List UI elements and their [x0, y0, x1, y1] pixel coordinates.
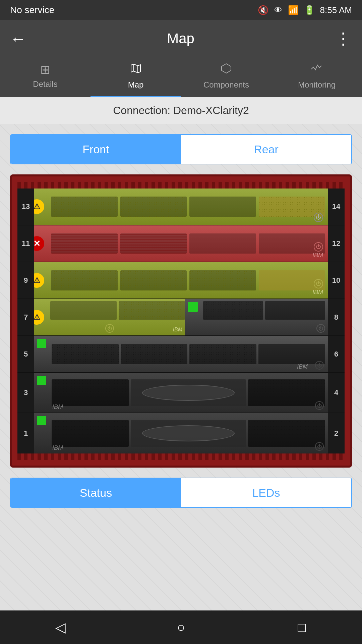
tab-map-label: Map [128, 80, 144, 90]
components-icon [220, 62, 232, 77]
back-button[interactable]: ← [10, 30, 26, 48]
rack-row-11-12[interactable]: 11 ✕ IBM ⏻ 12 [17, 225, 345, 262]
more-options-button[interactable]: ⋮ [335, 29, 352, 48]
green-indicator-3 [37, 376, 46, 385]
rack-row-9-10[interactable]: 9 ⚠ IBM ⏻ 10 [17, 262, 345, 299]
rack-slot-13-14[interactable]: ⚠ ⏻ [34, 189, 328, 225]
tab-monitoring-label: Monitoring [298, 80, 336, 90]
leds-button[interactable]: LEDs [181, 478, 351, 507]
nav-back-button[interactable]: ◁ [47, 617, 74, 637]
rack-label-7: 7 [17, 299, 34, 335]
page-title: Map [167, 31, 194, 47]
rack-label-12: 12 [328, 225, 345, 262]
power-button-5[interactable]: ⏻ [315, 361, 324, 370]
power-button-7[interactable]: ⏻ [105, 324, 114, 333]
rack-row-7-8[interactable]: 7 ⚠ IBM ⏻ [17, 299, 345, 336]
nav-recent-button[interactable]: □ [288, 617, 315, 637]
rack-slot-5-6[interactable]: IBM ⏻ [34, 336, 328, 372]
rack-top-border [17, 182, 345, 189]
rear-view-button[interactable]: Rear [181, 135, 351, 164]
connection-label: Connection: Demo-XClarity2 [113, 104, 249, 117]
power-button-13[interactable]: ⏻ [314, 213, 323, 222]
power-button-11[interactable]: ⏻ [314, 242, 323, 252]
server-modules-11 [48, 233, 325, 254]
battery-icon: 🔋 [304, 5, 315, 15]
warning-badge-7: ⚠ [34, 310, 44, 325]
rack-row-3-4[interactable]: 3 IBM ⏻ 4 [17, 373, 345, 413]
wifi-icon: 📶 [288, 5, 299, 15]
rack-slot-8[interactable]: ⏻ [185, 299, 328, 335]
server-ibm-label-11: IBM [312, 252, 323, 259]
power-button-8[interactable]: ⏻ [316, 324, 325, 333]
tab-details[interactable]: ⊞ Details [0, 57, 90, 97]
server-modules-5 [52, 344, 325, 364]
map-icon [130, 62, 142, 77]
rack-row-1-2[interactable]: 1 IBM ⏻ 2 [17, 413, 345, 453]
bottom-nav: ◁ ○ □ [0, 610, 362, 644]
warning-badge-13: ⚠ [34, 199, 44, 214]
rack-label-14: 14 [328, 189, 345, 225]
app-bar: ← Map ⋮ [0, 20, 362, 57]
server-ibm-label-5: IBM [297, 363, 308, 370]
rack-slot-11-12[interactable]: ✕ IBM ⏻ [34, 225, 328, 262]
rack-label-11: 11 [17, 225, 34, 262]
rack-slot-1-2[interactable]: IBM ⏻ [34, 413, 328, 453]
monitoring-icon [311, 62, 323, 77]
eye-icon: 👁 [274, 5, 283, 15]
tab-components-label: Components [203, 80, 249, 90]
rack-label-4: 4 [328, 373, 345, 413]
front-view-button[interactable]: Front [11, 135, 181, 164]
server-ibm-label-7: IBM [173, 327, 182, 333]
rack-enclosure: 13 ⚠ ⏻ 14 11 [10, 174, 352, 468]
rack-slot-7-8[interactable]: ⚠ IBM ⏻ ⏻ [34, 299, 328, 335]
rack-bottom-border [17, 453, 345, 460]
status-button[interactable]: Status [11, 478, 181, 507]
time-display: 8:55 AM [320, 5, 352, 15]
rack-label-5: 5 [17, 336, 34, 372]
rack-label-6: 6 [328, 336, 345, 372]
rack-label-2: 2 [328, 413, 345, 453]
server-body-3[interactable]: IBM ⏻ [34, 373, 328, 413]
nav-home-button[interactable]: ○ [168, 617, 194, 637]
status-bar-icons: 🔇 👁 📶 🔋 8:55 AM [258, 5, 352, 15]
rack-row-5-6[interactable]: 5 IBM ⏻ 6 [17, 336, 345, 373]
power-button-9[interactable]: ⏻ [314, 279, 323, 288]
svg-marker-2 [222, 64, 231, 73]
rack-label-8: 8 [328, 299, 345, 335]
server-modules-13 [48, 197, 325, 217]
power-button-1[interactable]: ⏻ [315, 442, 324, 451]
main-content: Front Rear 13 ⚠ ⏻ [0, 124, 362, 610]
server-ibm-label-3: IBM [52, 404, 63, 411]
tab-monitoring[interactable]: Monitoring [272, 57, 362, 97]
power-button-3[interactable]: ⏻ [315, 401, 324, 410]
view-toggle: Front Rear [10, 134, 352, 164]
rack-label-1: 1 [17, 413, 34, 453]
mute-icon: 🔇 [258, 5, 268, 15]
tab-bar: ⊞ Details Map Components Monitoring [0, 57, 362, 97]
no-service-text: No service [10, 5, 54, 15]
server-modules-9 [48, 270, 325, 290]
server-ibm-label-9: IBM [312, 289, 323, 296]
rack-label-3: 3 [17, 373, 34, 413]
connection-bar: Connection: Demo-XClarity2 [0, 97, 362, 124]
server-modules-1 [52, 415, 325, 451]
warning-badge-9: ⚠ [34, 273, 44, 288]
server-ibm-label-1: IBM [52, 444, 63, 451]
status-leds-toggle: Status LEDs [10, 478, 352, 508]
error-badge-11: ✕ [34, 236, 44, 251]
rack-slot-3-4[interactable]: IBM ⏻ [34, 373, 328, 413]
server-modules-3 [52, 375, 325, 411]
green-indicator-8 [188, 302, 198, 312]
rack-row-13-14[interactable]: 13 ⚠ ⏻ 14 [17, 189, 345, 225]
server-modules-7-left [50, 301, 185, 320]
tab-map[interactable]: Map [90, 57, 181, 97]
rack-label-9: 9 [17, 262, 34, 299]
tab-components[interactable]: Components [181, 57, 272, 97]
server-body-1[interactable]: IBM ⏻ [34, 413, 328, 453]
rack-slot-9-10[interactable]: ⚠ IBM ⏻ [34, 262, 328, 299]
status-bar: No service 🔇 👁 📶 🔋 8:55 AM [0, 0, 362, 20]
rack-slot-7-left[interactable]: ⚠ IBM ⏻ [34, 299, 185, 335]
server-modules-8 [203, 301, 325, 320]
green-indicator-5 [37, 339, 46, 348]
tab-details-label: Details [33, 79, 57, 89]
